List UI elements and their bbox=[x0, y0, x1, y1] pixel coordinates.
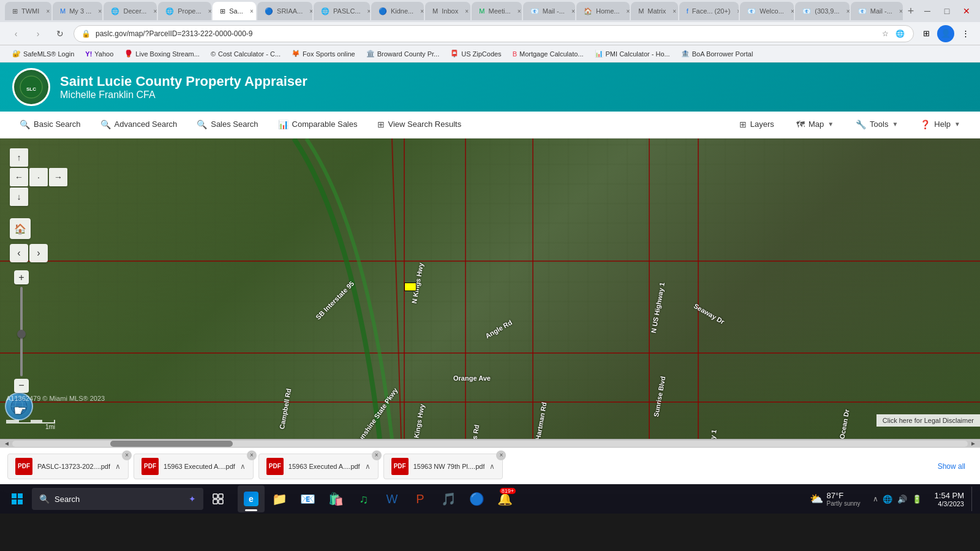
tab-close[interactable]: × bbox=[205, 6, 212, 16]
extension-icon[interactable]: 🌐 bbox=[894, 28, 906, 40]
tab-home[interactable]: 🏠 Home... × bbox=[576, 2, 630, 20]
taskbar-app-word[interactable]: W bbox=[379, 485, 405, 512]
zoom-slider[interactable]: + − bbox=[17, 270, 26, 393]
minimize-button[interactable]: ─ bbox=[919, 2, 936, 20]
tab-close[interactable]: × bbox=[306, 6, 312, 16]
bookmark-fox[interactable]: 🦊 Fox Sports online bbox=[287, 48, 360, 59]
tab-close[interactable]: × bbox=[462, 6, 470, 16]
reload-button[interactable]: ↻ bbox=[51, 25, 69, 42]
tab-twmi[interactable]: ⊞ TWMI × bbox=[5, 2, 51, 20]
nav-item-sales[interactable]: 🔍 Sales Search bbox=[187, 112, 268, 139]
tab-close[interactable]: × bbox=[247, 6, 256, 16]
download-item-2[interactable]: PDF 15963 Executed A....pdf ∧ × bbox=[134, 454, 254, 479]
pan-left-button[interactable]: ← bbox=[10, 168, 28, 186]
nav-item-advanced[interactable]: 🔍 Advanced Search bbox=[91, 112, 187, 139]
nav-item-basic[interactable]: 🔍 Basic Search bbox=[10, 112, 91, 139]
tab-close[interactable]: × bbox=[896, 6, 903, 16]
zoom-thumb[interactable] bbox=[17, 330, 26, 338]
map-disclaimer[interactable]: Click here for Legal Disclaimer bbox=[876, 414, 980, 427]
bookmark-boxing[interactable]: 🥊 Live Boxing Stream... bbox=[119, 48, 205, 59]
nav-item-comparable[interactable]: 📊 Comparable Sales bbox=[268, 112, 368, 139]
tab-decer[interactable]: 🌐 Decer... × bbox=[104, 2, 157, 20]
tab-close[interactable]: × bbox=[843, 6, 850, 16]
zoom-out-button[interactable]: − bbox=[14, 379, 29, 393]
nav-item-view-results[interactable]: ⊞ View Search Results bbox=[368, 112, 472, 139]
back-button[interactable]: ‹ bbox=[7, 25, 24, 42]
task-view-button[interactable] bbox=[206, 487, 230, 511]
forward-button[interactable]: › bbox=[29, 25, 47, 42]
extensions-icon[interactable]: ⊞ bbox=[919, 26, 933, 41]
settings-icon[interactable]: ⋮ bbox=[958, 26, 973, 41]
property-marker[interactable] bbox=[404, 283, 417, 291]
download-close-2[interactable]: × bbox=[247, 450, 257, 460]
nav-item-map[interactable]: 🗺 Map ▼ bbox=[786, 112, 843, 139]
map-container[interactable]: SB Interstate 95 N Kings Hwy Angle Rd N … bbox=[0, 139, 980, 439]
nav-item-tools[interactable]: 🔧 Tools ▼ bbox=[846, 112, 908, 139]
bookmark-safemls[interactable]: 🔐 SafeMLS® Login bbox=[7, 48, 79, 59]
tab-inbox[interactable]: M Inbox × bbox=[425, 2, 470, 20]
star-icon[interactable]: ☆ bbox=[879, 28, 891, 40]
bookmark-mortgage[interactable]: B Mortgage Calculato... bbox=[508, 49, 589, 59]
downloads-showall-button[interactable]: Show all bbox=[930, 460, 973, 473]
battery-icon[interactable]: 🔋 bbox=[911, 493, 922, 504]
home-button[interactable]: 🏠 bbox=[10, 218, 31, 239]
tab-close[interactable]: × bbox=[669, 6, 678, 16]
pan-right-button[interactable]: → bbox=[49, 168, 67, 186]
pan-center-button[interactable]: · bbox=[29, 168, 48, 186]
tab-close[interactable]: × bbox=[514, 6, 522, 16]
map-back-button[interactable]: ‹ bbox=[10, 244, 28, 262]
tab-sa-active[interactable]: ⊞ Sa... × bbox=[213, 2, 256, 20]
show-hidden-tray[interactable]: ∧ bbox=[873, 495, 878, 503]
taskbar-app-edge[interactable]: e bbox=[238, 485, 265, 512]
tab-close[interactable]: × bbox=[43, 6, 51, 16]
map-forward-button[interactable]: › bbox=[29, 244, 48, 262]
bookmark-broward[interactable]: 🏛️ Broward County Pr... bbox=[361, 48, 445, 59]
tab-close[interactable]: × bbox=[150, 6, 157, 16]
nav-item-layers[interactable]: ⊞ Layers bbox=[729, 112, 784, 139]
bookmark-zipcode[interactable]: 📮 US ZipCodes bbox=[445, 48, 506, 59]
show-desktop-button[interactable] bbox=[971, 487, 975, 511]
download-arrow-1[interactable]: ∧ bbox=[115, 462, 121, 471]
address-bar[interactable]: 🔒 paslc.gov/map/?ParcelID=2313-222-0000-… bbox=[74, 25, 914, 42]
weather-widget[interactable]: ⛅ 87°F Partly sunny bbox=[805, 491, 865, 507]
taskbar-app-audacity[interactable]: 🎵 bbox=[435, 485, 462, 512]
tab-my3[interactable]: M My 3 ... × bbox=[53, 2, 102, 20]
pan-down-button[interactable]: ↓ bbox=[10, 188, 28, 206]
taskbar-search[interactable]: 🔍 Search ✦ bbox=[32, 488, 203, 510]
tab-mail2[interactable]: 📧 Mail -... × bbox=[851, 2, 903, 20]
hscroll-thumb[interactable] bbox=[110, 441, 233, 447]
close-button[interactable]: ✕ bbox=[958, 2, 975, 20]
taskbar-app-chrome[interactable]: 🔵 bbox=[463, 485, 490, 512]
tab-meet[interactable]: M Meeti... × bbox=[472, 2, 521, 20]
taskbar-app-powerpoint[interactable]: P bbox=[407, 485, 434, 512]
tab-close[interactable]: × bbox=[788, 6, 794, 16]
taskbar-app-notification[interactable]: 🔔 819+ bbox=[491, 485, 518, 512]
hscroll-left-arrow[interactable]: ◄ bbox=[1, 440, 12, 447]
tab-facebook[interactable]: f Face... (20+) × bbox=[679, 2, 739, 20]
download-item-3[interactable]: PDF 15963 Executed A....pdf ∧ × bbox=[258, 454, 379, 479]
volume-icon[interactable]: 🔊 bbox=[897, 493, 908, 504]
download-arrow-4[interactable]: ∧ bbox=[489, 462, 495, 471]
tab-mail1[interactable]: 📧 Mail -... × bbox=[523, 2, 575, 20]
tab-close[interactable]: × bbox=[364, 6, 370, 16]
tab-close[interactable]: × bbox=[568, 6, 575, 16]
map-hscroll[interactable]: ◄ ► bbox=[0, 439, 980, 447]
taskbar-app-mail[interactable]: 📧 bbox=[294, 485, 321, 512]
bookmark-boa[interactable]: 🏦 BoA Borrower Portal bbox=[676, 48, 758, 59]
tab-prope[interactable]: 🌐 Prope... × bbox=[158, 2, 211, 20]
maximize-button[interactable]: □ bbox=[938, 2, 956, 20]
download-item-4[interactable]: PDF 15963 NW 79th Pl....pdf ∧ × bbox=[383, 454, 503, 479]
network-icon[interactable]: 🌐 bbox=[882, 493, 893, 504]
start-button[interactable] bbox=[5, 487, 29, 511]
download-arrow-3[interactable]: ∧ bbox=[365, 462, 371, 471]
download-close-3[interactable]: × bbox=[372, 450, 382, 460]
tab-303[interactable]: 📧 (303,9... × bbox=[795, 2, 850, 20]
tab-paslc[interactable]: 🌐 PASLC... × bbox=[314, 2, 370, 20]
download-item-1[interactable]: PDF PASLC-13723-202....pdf ∧ × bbox=[7, 454, 129, 479]
nav-item-help[interactable]: ❓ Help ▼ bbox=[910, 112, 970, 139]
tab-matrix[interactable]: M Matrix × bbox=[631, 2, 678, 20]
tab-sriaa[interactable]: 🔵 SRIAА... × bbox=[257, 2, 312, 20]
profile-icon[interactable]: 👤 bbox=[937, 25, 954, 42]
hscroll-right-arrow[interactable]: ► bbox=[968, 440, 979, 447]
hscroll-track[interactable] bbox=[12, 441, 968, 447]
